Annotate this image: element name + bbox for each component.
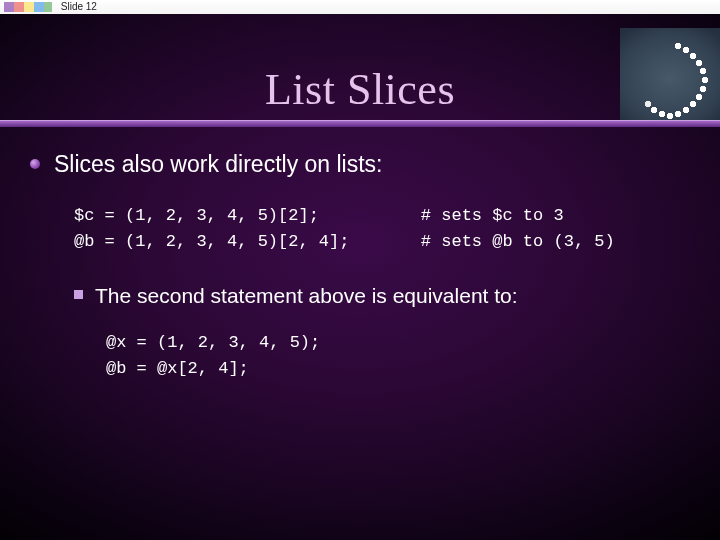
top-bar: Slide 12 <box>0 0 720 14</box>
code-block-2: @x = (1, 2, 3, 4, 5); @b = @x[2, 4]; <box>106 330 690 383</box>
bullet-main: Slices also work directly on lists: <box>30 150 690 179</box>
bullet-main-text: Slices also work directly on lists: <box>54 150 383 179</box>
slide-number-label: Slide 12 <box>61 0 97 14</box>
sub-bullet-text: The second statement above is equivalent… <box>95 283 518 309</box>
slide-title: List Slices <box>0 64 720 115</box>
code-block-1: $c = (1, 2, 3, 4, 5)[2]; # sets $c to 3 … <box>74 203 690 256</box>
bullet-square-icon <box>74 290 83 299</box>
logo-icon <box>4 2 52 12</box>
title-band: List Slices <box>0 14 720 124</box>
title-underline <box>0 120 720 127</box>
bullet-dot-icon <box>30 159 40 169</box>
slide: Slide 12 List Slices Slices also work di… <box>0 0 720 540</box>
sub-bullet: The second statement above is equivalent… <box>74 283 690 309</box>
slide-body: Slices also work directly on lists: $c =… <box>30 150 690 382</box>
necklace-icon <box>620 28 720 120</box>
